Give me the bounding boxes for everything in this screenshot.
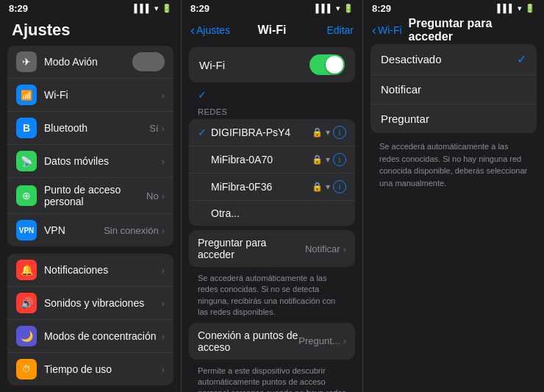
lock-icon-0: 🔒 <box>312 127 323 138</box>
settings-item-wifi[interactable]: 📶 Wi-Fi › <box>7 79 173 112</box>
cellular-chevron: › <box>162 156 165 167</box>
info-btn-1[interactable]: i <box>333 153 346 166</box>
ask-join-desc: Se accederá automáticamente a las redes … <box>182 270 362 323</box>
back-label-3: Wi-Fi <box>378 24 402 36</box>
edit-button[interactable]: Editar <box>326 24 354 36</box>
ask-content: Desactivado ✓ Notificar Preguntar Se acc… <box>363 44 544 392</box>
signal-icon-n1: ▾ <box>326 154 330 165</box>
notif-label: Notificaciones <box>44 264 162 276</box>
settings-item-avion[interactable]: ✈ Modo Avión <box>7 46 173 79</box>
vpn-icon: VPN <box>16 220 37 240</box>
avion-label: Modo Avión <box>44 56 132 68</box>
ask-option-label-2: Preguntar <box>381 113 526 125</box>
back-button-3[interactable]: ‹ Wi-Fi <box>372 23 402 38</box>
network-icons-0: 🔒 ▾ i <box>312 126 346 139</box>
bluetooth-value: Sí <box>149 123 158 134</box>
status-bar-1: 8:29 ▌▌▌ ▾ 🔋 <box>0 0 181 16</box>
settings-item-bluetooth[interactable]: B Bluetooth Sí › <box>7 112 173 145</box>
focus-icon: 🌙 <box>16 326 37 346</box>
wifi-icon-3: ▾ <box>518 4 522 13</box>
bluetooth-label: Bluetooth <box>44 122 149 134</box>
settings-list: ✈ Modo Avión 📶 Wi-Fi › B Bluetooth Sí › <box>0 46 181 392</box>
ask-option-2[interactable]: Preguntar <box>371 104 537 133</box>
ask-option-0[interactable]: Desactivado ✓ <box>371 44 537 75</box>
bluetooth-icon: B <box>16 118 37 138</box>
hotspot-item[interactable]: Conexión a puntos de acceso Pregunt... › <box>189 323 355 360</box>
network-item-0[interactable]: ✓ DIGIFIBRA-PsY4 🔒 ▾ i <box>189 119 355 146</box>
focus-chevron: › <box>162 331 165 342</box>
selected-network-row: ✓ <box>182 87 362 104</box>
ask-option-1[interactable]: Notificar <box>371 75 537 104</box>
ask-option-description: Se accederá automáticamente a las redes … <box>363 138 544 195</box>
panel-wifi: 8:29 ▌▌▌ ▾ 🔋 ‹ Ajustes Wi-Fi Editar Wi-F… <box>182 0 363 392</box>
back-chevron-3: ‹ <box>372 23 376 38</box>
panel-ajustes: 8:29 ▌▌▌ ▾ 🔋 Ajustes ✈ Modo Avión 📶 Wi-F… <box>0 0 182 392</box>
status-bar-2: 8:29 ▌▌▌ ▾ 🔋 <box>182 0 362 16</box>
hotspot-icon: ⊕ <box>16 185 37 206</box>
network-icons-2: 🔒 ▾ i <box>312 180 346 193</box>
wifi-toggle-switch[interactable] <box>309 54 345 75</box>
ask-join-chevron: › <box>343 243 346 254</box>
ask-option-label-1: Notificar <box>381 83 526 96</box>
bluetooth-chevron: › <box>162 123 165 134</box>
settings-item-hotspot[interactable]: ⊕ Punto de acceso personal No › <box>7 178 173 214</box>
battery-icon-3: 🔋 <box>525 4 535 13</box>
network-item-2[interactable]: ✓ MiFibra-0F36 🔒 ▾ i <box>189 174 355 201</box>
settings-item-cellular[interactable]: 📡 Datos móviles › <box>7 145 173 178</box>
back-button-2[interactable]: ‹ Ajustes <box>190 23 230 38</box>
hotspot-label: Conexión a puntos de acceso <box>198 329 298 353</box>
wifi-label: Wi-Fi <box>44 89 162 101</box>
signal-icon-2: ▌▌▌ <box>316 4 333 13</box>
status-bar-3: 8:29 ▌▌▌ ▾ 🔋 <box>363 0 544 16</box>
settings-group-1: ✈ Modo Avión 📶 Wi-Fi › B Bluetooth Sí › <box>7 46 173 246</box>
settings-item-screentime[interactable]: ⏱ Tiempo de uso › <box>7 353 173 385</box>
ask-nav-title: Preguntar para acceder <box>409 17 499 43</box>
page-title-1: Ajustes <box>0 16 181 46</box>
back-label-2: Ajustes <box>196 24 230 36</box>
network-name-2: MiFibra-0F36 <box>211 181 312 193</box>
battery-icon-1: 🔋 <box>162 4 172 13</box>
settings-item-focus[interactable]: 🌙 Modos de concentración › <box>7 320 173 353</box>
hotspot-desc: Permite a este dispositivo descubrir aut… <box>182 363 362 392</box>
network-item-1[interactable]: ✓ MiFibra-0A70 🔒 ▾ i <box>189 146 355 174</box>
notif-chevron: › <box>162 265 165 276</box>
info-btn-0[interactable]: i <box>333 126 346 139</box>
networks-section-header: REDES <box>182 104 362 119</box>
nav-bar-2: ‹ Ajustes Wi-Fi Editar <box>182 16 362 44</box>
wifi-toggle-row[interactable]: Wi-Fi <box>189 47 355 82</box>
status-icons-1: ▌▌▌ ▾ 🔋 <box>135 4 172 13</box>
battery-icon-2: 🔋 <box>343 4 354 13</box>
focus-label: Modos de concentración <box>44 330 162 342</box>
vpn-value: Sin conexión <box>104 225 158 236</box>
time-3: 8:29 <box>372 3 391 14</box>
hotspot-value: No <box>146 190 159 202</box>
wifi-nav-title: Wi-Fi <box>258 24 287 37</box>
settings-item-notif[interactable]: 🔔 Notificaciones › <box>7 254 173 287</box>
screentime-icon: ⏱ <box>16 359 37 379</box>
ask-join-label: Preguntar para acceder <box>198 237 305 260</box>
ask-option-label-0: Desactivado <box>381 53 517 65</box>
vpn-label: VPN <box>44 224 104 236</box>
wifi-status-icon-2: ▾ <box>336 4 340 13</box>
network-item-other[interactable]: ✓ Otra... <box>189 201 355 226</box>
sound-label: Sonidos y vibraciones <box>44 297 162 309</box>
back-chevron-2: ‹ <box>190 23 195 38</box>
settings-group-2: 🔔 Notificaciones › 🔊 Sonidos y vibracion… <box>7 254 173 385</box>
cellular-label: Datos móviles <box>44 155 162 167</box>
settings-item-vpn[interactable]: VPN VPN Sin conexión › <box>7 214 173 246</box>
info-btn-2[interactable]: i <box>333 180 346 193</box>
avion-toggle[interactable] <box>132 52 165 71</box>
ask-option-check-0: ✓ <box>517 52 526 66</box>
ask-join-value: Notificar <box>305 243 340 254</box>
ask-options-list: Desactivado ✓ Notificar Preguntar <box>371 44 537 133</box>
network-name-0: DIGIFIBRA-PsY4 <box>211 126 312 138</box>
network-check-0: ✓ <box>198 126 211 138</box>
network-name-1: MiFibra-0A70 <box>211 154 312 165</box>
network-name-other: Otra... <box>211 207 346 219</box>
hotspot-label: Punto de acceso personal <box>44 184 146 207</box>
wifi-icon-1: ▾ <box>154 4 159 13</box>
ask-join-item[interactable]: Preguntar para acceder Notificar › <box>189 230 355 267</box>
signal-icon-1: ▌▌▌ <box>135 4 151 13</box>
status-icons-3: ▌▌▌ ▾ 🔋 <box>498 4 535 13</box>
settings-item-sound[interactable]: 🔊 Sonidos y vibraciones › <box>7 287 173 320</box>
